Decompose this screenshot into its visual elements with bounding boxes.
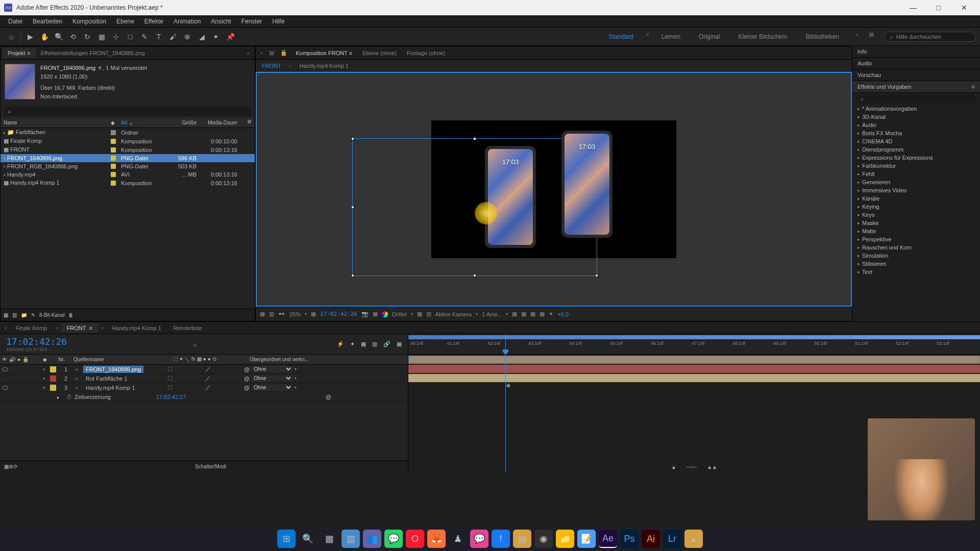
effect-category[interactable]: Stilisieren (852, 260, 980, 268)
col-name[interactable]: Name (1, 119, 108, 127)
eraser-tool[interactable]: ◢ (195, 31, 208, 43)
effect-category[interactable]: Expressions für Expressions (852, 154, 980, 162)
footer-icon[interactable]: ▦ (4, 312, 8, 318)
snapshot-icon[interactable]: 📷 (361, 311, 369, 317)
taskbar-notepad[interactable]: 📝 (577, 530, 596, 548)
footer-icon[interactable]: ⚙ (9, 464, 13, 469)
project-row[interactable]: ▫ FRONT_RGB_1840886.png PNG-Datei 503 KB (1, 162, 255, 170)
zoom-dropdown[interactable]: 25% (289, 311, 301, 317)
effect-category[interactable]: Text (852, 268, 980, 276)
zoom-in-icon[interactable]: ▲▲ (707, 464, 717, 470)
viewer-btn[interactable]: ▦ (540, 311, 545, 317)
panel-menu-icon[interactable]: ≡ (972, 84, 975, 90)
panel-vorschau[interactable]: Vorschau (852, 69, 980, 81)
taskbar-facebook[interactable]: f (492, 530, 510, 548)
workspace-lernen[interactable]: Lernen (655, 31, 687, 42)
footer-bpc[interactable]: 8-Bit-Kanal (39, 312, 64, 318)
camera-tool[interactable]: ▦ (95, 31, 108, 43)
orbit-tool[interactable]: ⟲ (67, 31, 79, 43)
col-art[interactable]: Art ▲ (118, 119, 169, 127)
effect-category[interactable]: Immersives Video (852, 186, 980, 194)
footer-icon[interactable]: ▥ (12, 312, 17, 318)
pen-tool[interactable]: ✎ (138, 31, 151, 43)
track-bar-1[interactable] (408, 356, 980, 364)
prop-value[interactable]: 17:02:42:27 (156, 394, 186, 400)
maximize-button[interactable]: □ (931, 3, 946, 13)
effect-category[interactable]: CINEMA 4D (852, 137, 980, 145)
keyframe-marker[interactable] (506, 384, 510, 388)
panel-effects-title[interactable]: Effekte und Vorgaben (857, 84, 912, 90)
col-size[interactable]: Größe (169, 119, 200, 127)
project-row[interactable]: ▫ Handy.mp4 AVI ... MB 0:00:13:16 (1, 170, 255, 179)
viewer-btn[interactable]: ▥ (426, 311, 431, 317)
effect-category[interactable]: 3D-Kanal (852, 113, 980, 121)
timeline-layer-row[interactable]: ▸ 3 ▫ Handy.mp4 Komp 1 ⬚／ @Ohne▾ (0, 383, 408, 392)
effect-category[interactable]: Perspektive (852, 235, 980, 243)
footer-icon[interactable]: ⟳ (13, 464, 17, 469)
viewer-btn[interactable]: ▦ (373, 311, 378, 317)
timeline-tool-icon[interactable]: ▦ (397, 341, 402, 347)
project-row[interactable]: ▫ FRONT_1840886.png PNG-Datei 596 KB (1, 154, 255, 162)
close-button[interactable]: ✕ (957, 3, 972, 13)
timeline-tool-icon[interactable]: ⚡ (337, 341, 344, 347)
footer-schalter[interactable]: Schalter/Modi (17, 464, 404, 469)
timeline-tool-icon[interactable]: 🔗 (383, 341, 390, 347)
timeline-tab-finale[interactable]: Finale Komp (9, 323, 53, 333)
taskbar-obs[interactable]: ◉ (534, 530, 553, 548)
taskbar-taskview[interactable]: ▦ (320, 530, 338, 548)
viewer-btn[interactable]: ▦ (521, 311, 526, 317)
taskbar-illustrator[interactable]: Ai (642, 530, 660, 548)
prop-zeitverzerrung[interactable]: Zeitverzerrung (75, 394, 156, 400)
timeline-timecode[interactable]: 17:02:42:26 (6, 336, 67, 347)
taskbar-teams[interactable]: 👥 (363, 530, 381, 548)
col-nr[interactable]: Nr. (56, 357, 71, 362)
timeline-tab-front[interactable]: FRONT ≡ (61, 323, 99, 333)
views-dropdown[interactable]: 1 Ansi... (482, 311, 502, 317)
tab-komposition[interactable]: Komposition FRONT ≡ (291, 48, 356, 58)
taskbar-app[interactable]: ▲ (684, 530, 703, 548)
exposure[interactable]: +0,0 (557, 311, 569, 317)
effect-category[interactable]: Simulation (852, 252, 980, 260)
effect-category[interactable]: Kanäle (852, 194, 980, 203)
menu-datei[interactable]: Datei (3, 16, 28, 27)
playhead[interactable] (505, 334, 506, 472)
timeline-search-icon[interactable]: ⌕ (193, 341, 197, 347)
project-row[interactable]: ▸ 📁 Farbflächen Ordner (1, 128, 255, 137)
effects-search[interactable]: ⌕ (856, 95, 976, 103)
camera-dropdown[interactable]: Aktive Kamera (435, 311, 472, 317)
menu-fenster[interactable]: Fenster (236, 16, 267, 27)
viewer-btn[interactable]: ▦ (530, 311, 535, 317)
workspace-kleiner[interactable]: Kleiner Bildschirm (732, 31, 793, 42)
project-row[interactable]: ▦ Handy.mp4 Komp 1 Komposition 0:00:13:1… (1, 179, 255, 187)
puppet-tool[interactable]: 📌 (224, 31, 236, 43)
menu-bearbeiten[interactable]: Bearbeiten (28, 16, 67, 27)
viewer-btn[interactable]: ▦ (311, 311, 316, 317)
composition-viewer[interactable]: 17:03 17:03 ↖ (256, 72, 852, 307)
subtab-front[interactable]: FRONT (262, 63, 281, 69)
timeline-layer-row[interactable]: ▸ 1 ▫ FRONT_1840886.png ⬚／ @Ohne▾ (0, 365, 408, 374)
taskbar-explorer[interactable]: 📁 (556, 530, 574, 548)
workspace-original[interactable]: Original (693, 31, 726, 42)
clone-tool[interactable]: ⊕ (181, 31, 193, 43)
zoom-tool[interactable]: 🔍 (53, 31, 65, 43)
menu-animation[interactable]: Animation (168, 16, 206, 27)
effect-category[interactable]: Boris FX Mocha (852, 129, 980, 137)
selection-tool[interactable]: ▶ (24, 31, 36, 43)
effect-category[interactable]: Rauschen und Korn (852, 243, 980, 252)
col-quellenname[interactable]: Quellenname (71, 357, 171, 362)
effect-category[interactable]: Fehlt (852, 170, 980, 178)
effect-category[interactable]: Matte (852, 227, 980, 235)
timeline-layer-row[interactable]: ▸ 2 ▫ Rot Farbfläche 1 ⬚／ @Ohne▾ (0, 374, 408, 383)
timeline-tab-handy[interactable]: Handy.mp4 Komp 1 (106, 323, 167, 333)
effect-category[interactable]: Keys (852, 211, 980, 219)
taskbar-search[interactable]: 🔍 (299, 530, 317, 548)
text-tool[interactable]: T (153, 31, 165, 43)
hand-tool[interactable]: ✋ (38, 31, 51, 43)
footer-icon[interactable]: ✎ (31, 312, 35, 318)
col-dur[interactable]: Media-Dauer (200, 119, 240, 127)
taskbar-whatsapp[interactable]: 💬 (384, 530, 403, 548)
rotate-tool[interactable]: ↻ (81, 31, 93, 43)
subtab-handy[interactable]: Handy.mp4 Komp 1 (300, 63, 349, 69)
viewer-timecode[interactable]: 17:02:42:26 (320, 311, 357, 317)
effect-category[interactable]: * Animationsvorgaben (852, 105, 980, 113)
